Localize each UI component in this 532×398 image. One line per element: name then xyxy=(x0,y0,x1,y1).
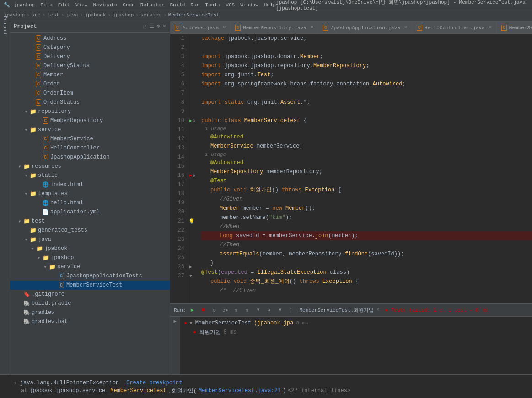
tab-memberrepo[interactable]: C MemberRepository.java × xyxy=(231,21,318,33)
breadcrumb-item[interactable]: test xyxy=(47,12,59,18)
tree-item-category[interactable]: ▶ C Category xyxy=(10,43,170,52)
tree-item-service-folder[interactable]: 📁 service xyxy=(10,125,170,134)
file-link[interactable]: MemberServiceTest.java:21 xyxy=(199,387,281,394)
breadcrumb-item[interactable]: java xyxy=(66,12,78,18)
menu-vcs[interactable]: VCS xyxy=(226,2,235,8)
tree-item-jpabook2-folder[interactable]: 📁 jpabook xyxy=(10,244,170,253)
tree-item-orderstatus[interactable]: ▶ E OrderStatus xyxy=(10,98,170,107)
tab-close-hellocontroller[interactable]: × xyxy=(489,25,492,30)
tree-item-applicationyml[interactable]: ▶ 📄 application.yml xyxy=(10,207,170,217)
tab-jpashopapp[interactable]: C JpashopApplication.java × xyxy=(318,21,412,33)
run-rerun-failed-button[interactable]: ↺● xyxy=(220,306,230,315)
tree-item-java2-folder[interactable]: 📁 java xyxy=(10,235,170,244)
tree-item-order[interactable]: ▶ C Order xyxy=(10,80,170,89)
create-breakpoint-link[interactable]: Create breakpoint xyxy=(126,380,182,386)
tree-item-memberservice[interactable]: ▶ C MemberService xyxy=(10,134,170,143)
run-left-icon[interactable]: ▶ xyxy=(173,318,176,324)
run-up-button[interactable]: ▲ xyxy=(264,306,274,315)
menu-jpashop[interactable]: jpashop xyxy=(14,2,35,8)
menu-navigate[interactable]: Navigate xyxy=(93,2,117,8)
breadcrumb-item[interactable]: jpashop xyxy=(113,12,134,18)
breadcrumb-item[interactable]: jpabook xyxy=(85,12,106,18)
menu-window[interactable]: Window xyxy=(240,2,258,8)
menu-edit[interactable]: Edit xyxy=(58,2,70,8)
code-line-6: import org.springframework.beans.factory… xyxy=(201,80,532,89)
menu-help[interactable]: Help xyxy=(264,2,276,8)
tree-item-jpashopapplication[interactable]: ▶ C JpashopApplication xyxy=(10,153,170,162)
tree-item-gradlewbat[interactable]: ▶ 🐘 gradlew.bat xyxy=(10,317,170,326)
tree-item-test-folder[interactable]: 📁 test xyxy=(10,217,170,226)
tree-item-static-folder[interactable]: 📁 static xyxy=(10,171,170,180)
tree-item-hellohtml[interactable]: ▶ 🌐 hello.html xyxy=(10,198,170,207)
run-more-button[interactable]: ⋮ xyxy=(286,306,296,315)
tree-item-templates-folder[interactable]: 📁 templates xyxy=(10,189,170,198)
tree-item-address[interactable]: ▶ C Address xyxy=(10,34,170,43)
tree-item-gradlew[interactable]: ▶ 🐘 gradlew xyxy=(10,308,170,317)
debug-gutter-icon-2[interactable]: ⚙ xyxy=(193,173,195,178)
run-gutter-icon-2[interactable]: ▶ xyxy=(189,173,192,178)
run-test-row-1: ● ▼ MemberServiceTest (jpabook.jpa 8 ms xyxy=(184,318,528,328)
run-stop-button[interactable]: ■ xyxy=(199,306,208,315)
run-sort-button[interactable]: ⇅ xyxy=(231,306,241,315)
left-gutter: Project xyxy=(0,20,10,374)
run-play-button[interactable]: ▶ xyxy=(188,306,197,315)
tab-close-address[interactable]: × xyxy=(223,25,226,30)
menu-tools[interactable]: Tools xyxy=(205,2,220,8)
menu-view[interactable]: View xyxy=(75,2,87,8)
tree-item-jpashopapplicationtests[interactable]: ▶ C JpashopApplicationTests xyxy=(10,271,170,281)
error-expand[interactable]: ▷ xyxy=(14,380,16,386)
tree-item-buildgradle[interactable]: ▶ 🐘 build.gradle xyxy=(10,299,170,308)
tree-item-delivery[interactable]: ▶ C Delivery xyxy=(10,52,170,61)
tab-hellocontroller[interactable]: C HelloController.java × xyxy=(412,21,497,33)
tree-item-generatedtests[interactable]: ▶ 📁 generated_tests xyxy=(10,226,170,235)
tree-item-memberservicetest[interactable]: ▶ C MemberServiceTest xyxy=(10,281,170,290)
tab-close-memberrepo[interactable]: × xyxy=(311,25,313,30)
code-line-27: /* //Given xyxy=(201,286,532,295)
collapse-gutter-icon[interactable]: ▼ xyxy=(189,274,192,279)
tree-item-hellocontroller[interactable]: ▶ C HelloController xyxy=(10,143,170,153)
project-panel-settings[interactable]: ⚙ xyxy=(157,23,160,30)
tree-item-orderitem[interactable]: ▶ C OrderItem xyxy=(10,89,170,98)
test-expand[interactable]: ▼ xyxy=(190,321,193,326)
tree-item-indexhtml[interactable]: ▶ 🌐 index.html xyxy=(10,180,170,189)
tree-item-member[interactable]: ▶ C Member xyxy=(10,70,170,80)
trace-end: ) xyxy=(283,387,286,394)
code-line-3: import jpabook.jpashop.domain.Member; xyxy=(201,52,532,61)
project-panel: Project ⇄ ☰ ⚙ × ▶ C Address ▶ C Category xyxy=(10,20,170,374)
tree-item-service2-folder[interactable]: 📁 service xyxy=(10,262,170,271)
bulb-icon[interactable]: 💡 xyxy=(188,218,195,224)
run-sort2-button[interactable]: ⇅ xyxy=(242,306,252,315)
menu-build[interactable]: Build xyxy=(170,2,185,8)
menu-run[interactable]: Run xyxy=(190,2,199,8)
project-panel-sync[interactable]: ⇄ xyxy=(143,23,146,30)
tree-item-memberrepository[interactable]: ▶ C MemberRepository xyxy=(10,116,170,125)
code-line-16: public void 회원가입() throws Exception { xyxy=(201,186,532,195)
tab-address[interactable]: C Address.java × xyxy=(170,21,231,33)
tree-item-jpashop2-folder[interactable]: 📁 jpashop xyxy=(10,253,170,262)
project-panel-close[interactable]: × xyxy=(163,23,166,30)
run-rerun-button[interactable]: ↺ xyxy=(210,306,219,315)
breadcrumb-item[interactable]: service xyxy=(140,12,161,18)
run-filter-button[interactable]: ▼ xyxy=(253,306,263,315)
tab-memberservice[interactable]: C MemberService.java × xyxy=(497,21,532,33)
tab-close-jpashopapp[interactable]: × xyxy=(404,25,407,30)
project-panel-collapse[interactable]: ☰ xyxy=(149,23,154,30)
run-gutter-icon-3[interactable]: ▶ xyxy=(189,264,192,270)
tree-item-gitignore[interactable]: ▶ 🔖 .gitignore xyxy=(10,290,170,299)
menu-refactor[interactable]: Refactor xyxy=(140,2,165,8)
code-line-2 xyxy=(201,43,532,52)
breadcrumb-item[interactable]: src xyxy=(32,12,41,18)
tree-item-resources-folder[interactable]: 📁 resources xyxy=(10,162,170,171)
code-content[interactable]: package jpabook.jpashop.service; import … xyxy=(198,34,532,303)
run-down-button[interactable]: ▼ xyxy=(275,306,285,315)
tree-item-deliverystatus[interactable]: ▶ E DeliveryStatus xyxy=(10,61,170,70)
breadcrumb-active[interactable]: MemberServiceTest xyxy=(168,12,220,18)
debug-gutter-icon[interactable]: ⚙ xyxy=(193,118,195,123)
run-tab-close[interactable]: × xyxy=(376,308,379,313)
run-gutter-icon[interactable]: ▶ xyxy=(189,118,192,123)
menu-file[interactable]: File xyxy=(40,2,52,8)
tree-item-repository-folder[interactable]: 📁 repository xyxy=(10,107,170,116)
project-icon[interactable]: Project xyxy=(1,22,9,29)
menu-code[interactable]: Code xyxy=(123,2,134,8)
code-line-7 xyxy=(201,89,532,98)
